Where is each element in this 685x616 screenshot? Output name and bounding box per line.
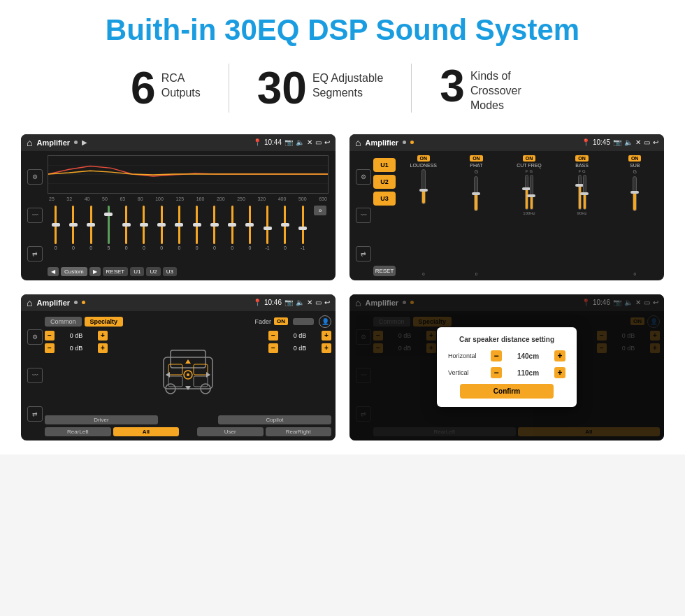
cutfreq-slider-f[interactable]: [525, 175, 528, 210]
eq-custom-btn[interactable]: Custom: [61, 267, 87, 276]
eq-sidebar-icon-2[interactable]: 〰: [27, 208, 43, 223]
db-tr-value: 0 dB: [280, 332, 320, 339]
profile-icon[interactable]: 👤: [319, 315, 331, 328]
eq-u3-btn[interactable]: U3: [163, 267, 177, 276]
eq-slider-7[interactable]: 0: [171, 206, 187, 262]
eq-slider-14[interactable]: -1: [295, 206, 311, 262]
confirm-button[interactable]: Confirm: [460, 384, 554, 399]
db-tl-minus[interactable]: −: [45, 331, 55, 341]
vertical-minus-btn[interactable]: −: [491, 367, 502, 378]
eq-slider-3[interactable]: 5: [101, 206, 117, 262]
horizontal-minus-btn[interactable]: −: [491, 350, 502, 361]
eq-slider-9[interactable]: 0: [206, 206, 222, 262]
phat-slider[interactable]: [474, 176, 478, 271]
eq-slider-1[interactable]: 0: [65, 206, 81, 262]
ch-sub: ON SUB G 0: [610, 155, 660, 276]
fader-grid: − 0 dB + − 0 dB +: [45, 331, 331, 413]
eq-slider-6[interactable]: 0: [154, 206, 170, 262]
freq-80: 80: [138, 196, 143, 201]
crossover-sidebar-icon-1[interactable]: ⚙: [356, 169, 371, 185]
rearright-btn[interactable]: RearRight: [266, 427, 332, 436]
driver-btn[interactable]: Driver: [45, 415, 158, 424]
sub-slider[interactable]: [633, 176, 637, 271]
eq-sidebar-icon-3[interactable]: ⇄: [27, 246, 43, 262]
fader-sidebar-icon-1[interactable]: ⚙: [27, 329, 43, 345]
fader-bottom-btns: Driver Copilot: [45, 415, 331, 424]
vertical-value: 110cm: [506, 369, 550, 377]
sub-on[interactable]: ON: [628, 155, 642, 162]
horizontal-plus-btn[interactable]: +: [554, 350, 565, 361]
crossover-sidebar-icon-3[interactable]: ⇄: [356, 246, 371, 262]
crossover-screen-card: ⌂ Amplifier 📍 10:45 📷 🔈 ✕ ▭ ↩ ⚙ 〰: [349, 134, 664, 280]
crossover-u1[interactable]: U1: [373, 158, 396, 172]
back-icon-2[interactable]: ↩: [653, 138, 658, 146]
back-icon[interactable]: ↩: [324, 138, 330, 146]
specialty-tab[interactable]: Specialty: [85, 317, 124, 327]
rearleft-btn[interactable]: RearLeft: [45, 427, 111, 436]
fader-on-badge[interactable]: ON: [274, 317, 288, 325]
eq-slider-5[interactable]: 0: [136, 206, 152, 262]
bass-nums: 90Hz: [577, 211, 587, 215]
eq-reset-btn[interactable]: RESET: [103, 267, 129, 276]
fader-time: 10:46: [264, 299, 282, 306]
home-icon-3[interactable]: ⌂: [27, 297, 32, 308]
fader-bottom-btns-2: RearLeft All User RearRight: [45, 427, 331, 436]
volume-icon-3: 🔈: [296, 299, 304, 306]
fader-sidebar-icon-2[interactable]: 〰: [27, 368, 43, 383]
dialog-overlay: Car speaker distance setting Horizontal …: [349, 294, 664, 440]
eq-sidebar-icon-1[interactable]: ⚙: [27, 169, 43, 185]
user-btn[interactable]: User: [197, 427, 264, 436]
common-tab[interactable]: Common: [45, 317, 82, 327]
eq-u1-btn[interactable]: U1: [130, 267, 144, 276]
freq-250: 250: [237, 196, 245, 201]
db-tl-plus[interactable]: +: [98, 331, 108, 341]
crossover-reset[interactable]: RESET: [373, 266, 396, 276]
cutfreq-slider-g[interactable]: [530, 175, 533, 210]
crossover-u2[interactable]: U2: [373, 175, 396, 189]
vertical-plus-btn[interactable]: +: [554, 367, 565, 378]
bass-slider-g[interactable]: [583, 175, 586, 210]
eq-next-btn[interactable]: ▶: [89, 267, 101, 276]
db-tr-minus[interactable]: −: [268, 331, 278, 341]
db-br-minus[interactable]: −: [268, 343, 278, 353]
copilot-btn[interactable]: Copilot: [218, 415, 331, 424]
eq-slider-2[interactable]: 0: [83, 206, 99, 262]
db-tr-plus[interactable]: +: [322, 331, 331, 341]
home-icon[interactable]: ⌂: [27, 137, 32, 148]
fader-label: Fader: [254, 318, 271, 325]
eq-u2-btn[interactable]: U2: [146, 267, 160, 276]
svg-point-12: [187, 373, 189, 376]
phat-on[interactable]: ON: [470, 155, 483, 162]
eq-slider-0[interactable]: 0: [48, 206, 64, 262]
loudness-slider[interactable]: [421, 169, 426, 271]
eq-slider-11[interactable]: 0: [242, 206, 258, 262]
db-bl-minus[interactable]: −: [45, 343, 55, 353]
fader-sidebar-icon-3[interactable]: ⇄: [27, 406, 43, 422]
eq-status-bar: ⌂ Amplifier ▶ 📍 10:44 📷 🔈 ✕ ▭ ↩: [21, 134, 336, 151]
crossover-sidebar-icon-2[interactable]: 〰: [356, 208, 371, 223]
db-bl-plus[interactable]: +: [98, 343, 108, 353]
db-br-plus[interactable]: +: [322, 343, 331, 353]
expand-btn[interactable]: »: [312, 206, 329, 262]
eq-prev-btn[interactable]: ◀: [48, 267, 59, 276]
fader-sidebar: ⚙ 〰 ⇄: [25, 315, 45, 436]
cutfreq-on[interactable]: ON: [523, 155, 536, 162]
eq-slider-8[interactable]: 0: [189, 206, 205, 262]
bass-on[interactable]: ON: [575, 155, 589, 162]
crossover-u3[interactable]: U3: [373, 192, 396, 206]
eq-slider-10[interactable]: 0: [224, 206, 240, 262]
loudness-label: LOUDNESS: [410, 163, 438, 168]
eq-slider-12[interactable]: -1: [259, 206, 275, 262]
eq-controls: ◀ Custom ▶ RESET U1 U2 U3: [48, 265, 329, 276]
status-dot-3: [410, 141, 414, 144]
all-btn[interactable]: All: [113, 427, 180, 436]
eq-freq-labels: 25 32 40 50 63 80 100 125 160 200 250 32…: [48, 196, 329, 201]
main-title: Buith-in 30EQ DSP Sound System: [21, 14, 664, 46]
eq-slider-4[interactable]: 0: [118, 206, 134, 262]
crossover-main-area: U1 U2 U3 RESET ON LOUDNESS: [373, 155, 660, 276]
home-icon-2[interactable]: ⌂: [355, 137, 361, 148]
loudness-on[interactable]: ON: [417, 155, 431, 162]
ch-bass: ON BASS FG: [557, 155, 607, 276]
eq-slider-13[interactable]: 0: [277, 206, 293, 262]
back-icon-3[interactable]: ↩: [324, 299, 330, 306]
